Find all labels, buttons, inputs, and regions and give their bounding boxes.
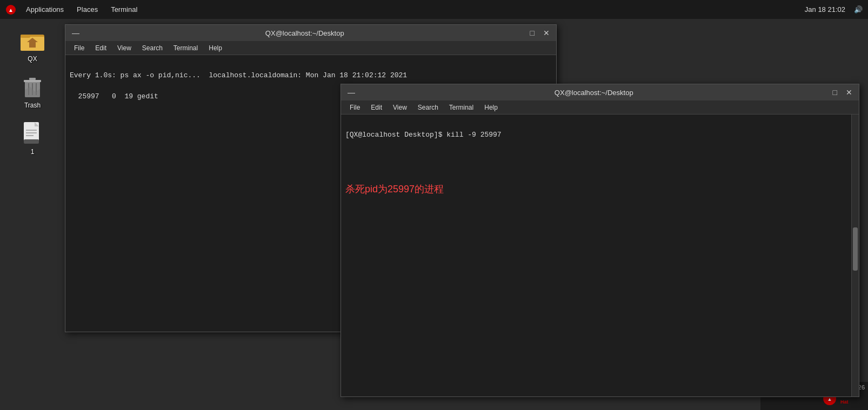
- desktop: QX Trash 1: [0, 19, 65, 410]
- terminal-1-controls: —: [70, 28, 82, 38]
- terminal-2-annotation: 杀死pid为25997的进程: [345, 184, 444, 194]
- terminal-1-menu-search[interactable]: Search: [138, 43, 167, 53]
- svg-rect-19: [24, 139, 39, 144]
- folder-icon: [19, 27, 45, 53]
- taskbar-places[interactable]: Places: [70, 0, 104, 19]
- terminal-1-menubar: File Edit View Search Terminal Help: [65, 41, 556, 55]
- desktop-icon-file1[interactable]: 1: [8, 117, 57, 158]
- terminal-1-maximize[interactable]: □: [528, 28, 537, 38]
- svg-rect-18: [26, 135, 34, 136]
- terminal-2-menu-search[interactable]: Search: [413, 103, 443, 112]
- terminal-2-scrollbar[interactable]: [851, 115, 859, 396]
- taskbar-right: Jan 18 21:02 🔊: [805, 5, 863, 14]
- taskbar-applications[interactable]: Applications: [19, 0, 70, 19]
- svg-rect-4: [21, 35, 30, 38]
- terminal-2-scrollbar-thumb: [853, 227, 858, 271]
- terminal-2-menu-edit[interactable]: Edit: [366, 103, 386, 112]
- svg-text:Hat: Hat: [840, 399, 849, 405]
- terminal-2-menu-terminal[interactable]: Terminal: [445, 103, 478, 112]
- terminal-1-menu-view[interactable]: View: [113, 43, 136, 53]
- desktop-icon-trash-label: Trash: [24, 102, 41, 109]
- terminal-window-2: — QX@localhost:~/Desktop □ ✕ File Edit V…: [340, 84, 859, 397]
- desktop-icon-trash[interactable]: Trash: [8, 71, 57, 112]
- svg-rect-17: [26, 132, 37, 133]
- terminal-1-minimize[interactable]: —: [70, 28, 82, 38]
- svg-rect-9: [29, 78, 36, 80]
- taskbar-datetime: Jan 18 21:02: [805, 5, 845, 14]
- terminal-1-menu-edit[interactable]: Edit: [91, 43, 111, 53]
- desktop-icon-home[interactable]: QX: [8, 24, 57, 65]
- terminal-2-menu-view[interactable]: View: [389, 103, 411, 112]
- terminal-1-menu-terminal[interactable]: Terminal: [169, 43, 202, 53]
- terminal-1-title: QX@localhost:~/Desktop: [82, 29, 528, 37]
- terminal-1-line1: Every 1.0s: ps ax -o pid,nic... localhos…: [70, 71, 407, 79]
- terminal-2-title: QX@localhost:~/Desktop: [357, 89, 831, 97]
- terminal-2-titlebar: — QX@localhost:~/Desktop □ ✕: [341, 84, 859, 100]
- terminal-2-body: [QX@localhost Desktop]$ kill -9 25997 杀死…: [341, 115, 859, 396]
- terminal-1-menu-help[interactable]: Help: [204, 43, 226, 53]
- svg-text:▲: ▲: [827, 396, 832, 402]
- terminal-1-close-controls: □ ✕: [528, 28, 552, 38]
- taskbar-left: ▲ Applications Places Terminal: [5, 0, 144, 19]
- svg-rect-8: [24, 80, 41, 82]
- terminal-1-line2: 25997 0 19 gedit: [70, 92, 158, 100]
- taskbar: ▲ Applications Places Terminal Jan 18 21…: [0, 0, 868, 19]
- file-icon: [19, 120, 45, 146]
- trash-icon: [19, 73, 45, 99]
- svg-text:▲: ▲: [8, 7, 14, 13]
- redhat-logo-icon: ▲: [5, 4, 16, 15]
- terminal-2-maximize[interactable]: □: [831, 87, 839, 98]
- desktop-icon-file1-label: 1: [31, 148, 35, 156]
- terminal-1-titlebar: — QX@localhost:~/Desktop □ ✕: [65, 25, 556, 41]
- svg-rect-6: [29, 42, 36, 48]
- terminal-2-menu-file[interactable]: File: [345, 103, 364, 112]
- terminal-2-controls-right: □ ✕: [831, 87, 854, 98]
- terminal-2-content[interactable]: [QX@localhost Desktop]$ kill -9 25997 杀死…: [341, 115, 851, 396]
- terminal-2-prompt: [QX@localhost Desktop]$ kill -9 25997: [345, 131, 502, 139]
- terminal-2-close[interactable]: ✕: [844, 87, 854, 98]
- terminal-2-menu-help[interactable]: Help: [480, 103, 502, 112]
- terminal-2-menubar: File Edit View Search Terminal Help: [341, 100, 859, 115]
- volume-icon[interactable]: 🔊: [854, 5, 863, 14]
- taskbar-terminal[interactable]: Terminal: [104, 0, 144, 19]
- terminal-2-minimize[interactable]: —: [345, 87, 357, 98]
- svg-rect-16: [26, 130, 37, 131]
- terminal-1-menu-file[interactable]: File: [70, 43, 89, 53]
- terminal-2-controls-left: —: [345, 87, 357, 98]
- terminal-1-close[interactable]: ✕: [541, 28, 552, 38]
- desktop-icon-home-label: QX: [28, 55, 37, 63]
